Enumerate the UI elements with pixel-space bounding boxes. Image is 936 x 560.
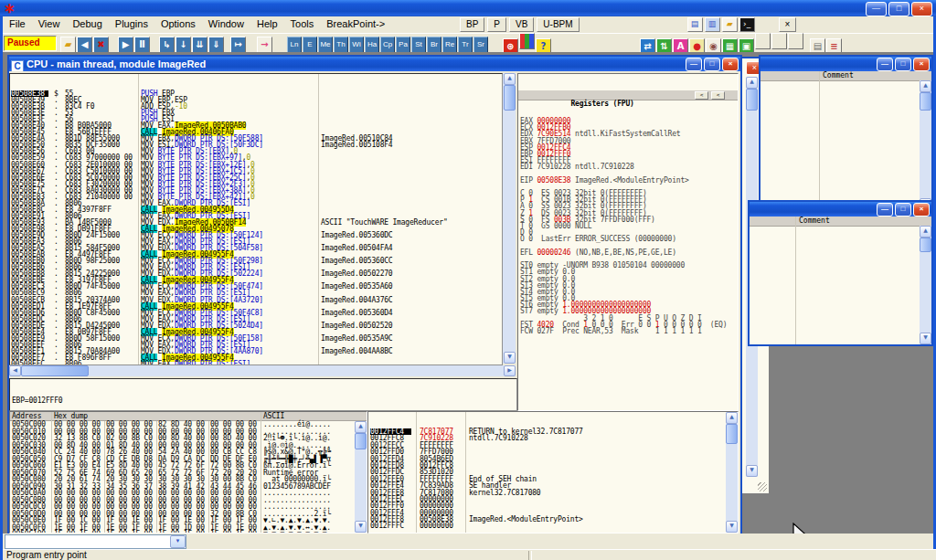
comment-window-bottom-titlebar[interactable]: — □ × (750, 202, 931, 217)
registers-collapse-icon[interactable]: < (711, 91, 725, 100)
chevron-down-icon[interactable]: ▼ (170, 535, 186, 548)
minimize-button[interactable]: — (686, 58, 702, 71)
minimize-button[interactable]: — (877, 58, 893, 71)
disasm-row[interactable]: 00508E3B.83C4 F0ADD ESP,-10 (10, 103, 502, 110)
info-pane[interactable]: EBP=0012FFF0 (9, 378, 517, 411)
comment-window-bottom: — □ × Comment ▲ ▼ (748, 200, 933, 346)
go-to-address-icon[interactable]: → (257, 37, 272, 53)
menu-item-view[interactable]: View (32, 16, 67, 29)
disasm-comment: ImageRed.00502270 (321, 270, 392, 277)
disassembly-vscrollbar[interactable]: ▲ ▼ (503, 73, 516, 364)
menu-button-u-bpm[interactable]: U-BPM (537, 17, 579, 32)
disasm-row[interactable]: 00508E9D.8B0D 24F15000MOV ECX,DWORD PTR … (10, 232, 502, 238)
registers-collapse-icon[interactable]: < (695, 91, 708, 100)
menu-button-bp[interactable]: BP (460, 17, 484, 32)
panel-button-pa[interactable]: Pa (396, 37, 410, 53)
panel-button-th[interactable]: Th (334, 37, 348, 53)
close-icon[interactable]: × (722, 58, 739, 71)
menu-item-tools[interactable]: Tools (284, 16, 321, 29)
resize-grip[interactable] (758, 482, 767, 491)
disasm-row[interactable]: 00508EC3.8B0D 74F45000MOV ECX,DWORD PTR … (10, 283, 502, 290)
command-combobox[interactable]: ▼ (5, 534, 186, 549)
animate-over-icon[interactable]: ⇓ (208, 37, 224, 53)
comment-window-top-titlebar[interactable]: — □ × (760, 57, 931, 71)
close-icon[interactable]: × (913, 58, 930, 71)
register-line[interactable]: EFL 00000246 (NO,NB,E,BE,NS,PE,GE,LE) (518, 249, 738, 256)
disasm-row[interactable]: 00508E3E.53PUSH EBX (10, 110, 502, 116)
book-icon[interactable]: ▥ (705, 17, 720, 32)
panel-button-re[interactable]: Re (442, 37, 457, 53)
menu-item-help[interactable]: Help (250, 16, 284, 29)
comment-top-scrollbar[interactable]: ▲ ▼ (920, 80, 931, 210)
stack-row[interactable]: 0012FFFC00000000 (368, 523, 738, 529)
panel-button-wi[interactable]: Wi (349, 37, 364, 53)
disasm-comment: ImageRed.004AA8BC (321, 348, 392, 354)
run-icon[interactable]: ▶ (118, 37, 133, 53)
disasm-row[interactable]: 00508E83.C683 21040000 00MOV BYTE PTR DS… (10, 194, 502, 200)
menu-item-plugins[interactable]: Plugins (109, 16, 154, 29)
cpu-titlebar[interactable]: CCPU - main thread, module ImageRed — □ … (9, 57, 740, 71)
app-titlebar: ∗ — □ × (0, 0, 936, 16)
disassembly-hscrollbar[interactable]: ◀ ▶ (9, 365, 516, 376)
stack-scrollbar[interactable]: ▲ ▼ (726, 412, 738, 533)
animate-into-icon[interactable]: ⇊ (192, 37, 207, 53)
register-line[interactable]: EIP 00508E38 ImageRed.<ModuleEntryPoint> (518, 177, 738, 184)
menu-item-options[interactable]: Options (154, 16, 202, 29)
disasm-row[interactable]: 00508E38$55PUSH EBP (10, 90, 502, 97)
disasm-row[interactable]: 00508ED6.8B0D C8F45000MOV ECX,DWORD PTR … (10, 310, 502, 316)
disasm-row[interactable]: 00508EE9.8B0D 58F15000MOV ECX,DWORD PTR … (10, 335, 502, 342)
close-icon[interactable]: × (913, 203, 930, 217)
disasm-row[interactable]: 00508E8C.E8 4397F8FFCALL ImageRed.004955… (10, 206, 502, 213)
menu-item-debug[interactable]: Debug (66, 16, 108, 29)
disasm-row[interactable]: 00508EB0.8B0D 98F25000MOV ECX,DWORD PTR … (10, 258, 502, 264)
disassembly-pane: 00508E38$55PUSH EBP00508E39.8BECMOV EBP,… (9, 73, 503, 365)
close-toolbar-icon[interactable]: × (779, 17, 797, 32)
maximize-button[interactable]: □ (895, 203, 911, 217)
disasm-row[interactable]: 00508EF7.E8 F896F8FFCALL ImageRed.004955… (10, 354, 502, 361)
register-line[interactable]: O 0 LastErr ERROR_SUCCESS (00000000) (518, 236, 738, 242)
ascii-column-label: ASCII (263, 412, 284, 420)
folder-icon[interactable]: ▰ (722, 17, 738, 32)
close-program-icon[interactable]: ✖ (93, 37, 109, 53)
menu-button-p[interactable]: P (487, 17, 506, 32)
close-button[interactable]: × (911, 2, 932, 16)
panel-button-me[interactable]: Me (318, 37, 333, 53)
column-header[interactable]: Comment (750, 217, 931, 227)
pause-icon[interactable]: Ⅱ (134, 37, 150, 53)
step-into-icon[interactable]: ↳ (159, 37, 175, 53)
hexdump-pane: Address Hex dump ASCII 0050C00000 00 00 … (9, 411, 367, 534)
restore-button[interactable]: □ (888, 2, 909, 16)
menu-item-breakpoint[interactable]: BreakPoint-> (320, 16, 391, 29)
panel-button-tr[interactable]: Tr (458, 37, 473, 53)
panel-button-cp[interactable]: Cp (380, 37, 395, 53)
maximize-button[interactable]: □ (704, 58, 720, 71)
execute-till-return-icon[interactable]: ↦ (230, 37, 246, 53)
panel-button-st[interactable]: St (411, 37, 426, 53)
appearance-icon[interactable] (519, 33, 535, 49)
menu-item-window[interactable]: Window (202, 16, 250, 29)
hexdump-scrollbar[interactable]: ▲ ▼ (355, 421, 367, 533)
disasm-comment: ImageRed.004A376C (321, 297, 392, 303)
menu-item-file[interactable]: File (3, 16, 32, 29)
column-header[interactable]: Comment (760, 71, 931, 81)
disasm-comment: ImageRed.00535A60 (321, 283, 392, 290)
register-line[interactable]: EDI 7C910228 ntdll.7C910228 (518, 164, 738, 170)
step-over-icon[interactable]: ↓ (176, 37, 191, 53)
open-file-icon[interactable]: ▰ (60, 37, 76, 53)
menu-button-vb[interactable]: VB (509, 17, 534, 32)
notes-icon[interactable]: ▤ (687, 17, 703, 32)
console-icon[interactable]: ›_ (739, 17, 755, 32)
panel-button-sr[interactable]: Sr (473, 37, 488, 53)
panel-button-ha[interactable]: Ha (365, 37, 379, 53)
panel-button-ln[interactable]: Ln (287, 37, 302, 53)
panel-button-br[interactable]: Br (427, 37, 441, 53)
info-line: EBP=0012FFF0 (10, 396, 516, 405)
panel-button-e[interactable]: E (303, 37, 317, 53)
comment-bottom-scrollbar[interactable]: ▲ ▼ (920, 226, 931, 344)
register-line[interactable]: FCW 027F Prec NEAR,53 Mask 1 1 1 1 1 1 (518, 328, 738, 334)
maximize-button[interactable]: □ (895, 58, 911, 71)
minimize-button[interactable]: — (866, 2, 887, 16)
minimize-button[interactable]: — (877, 203, 893, 217)
register-line[interactable]: T 0 GS 0000 NULL (518, 223, 738, 229)
go-back-icon[interactable]: ◀ (77, 37, 92, 53)
